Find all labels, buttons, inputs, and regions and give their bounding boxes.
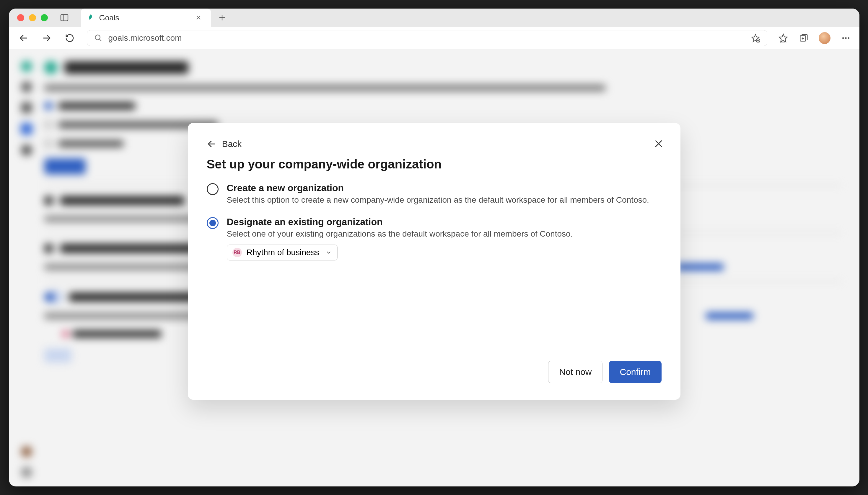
setup-organization-modal: Back Set up your company-wide organizati…	[188, 123, 681, 400]
window-maximize-button[interactable]	[41, 14, 48, 21]
traffic-lights	[17, 14, 48, 21]
browser-tab[interactable]: Goals	[81, 8, 211, 27]
forward-icon[interactable]	[41, 32, 53, 44]
tab-title: Goals	[99, 13, 191, 22]
add-favorite-icon[interactable]	[751, 34, 760, 42]
option-create-desc: Select this option to create a new compa…	[227, 195, 649, 205]
not-now-button[interactable]: Not now	[548, 361, 603, 383]
svg-point-20	[845, 37, 847, 39]
svg-point-19	[842, 37, 844, 39]
option-designate-desc: Select one of your existing organization…	[227, 229, 573, 239]
option-designate-title: Designate an existing organization	[227, 217, 573, 227]
option-create-new[interactable]: Create a new organization Select this op…	[207, 183, 661, 205]
address-bar-text: goals.microsoft.com	[109, 33, 182, 43]
radio-create-new[interactable]	[207, 183, 218, 195]
not-now-label: Not now	[559, 367, 592, 377]
svg-marker-14	[779, 34, 787, 42]
modal-close-button[interactable]	[653, 138, 664, 149]
chevron-down-icon	[326, 249, 332, 256]
tab-favicon	[87, 14, 95, 22]
sidebar-toggle-icon[interactable]	[60, 13, 69, 22]
svg-point-8	[95, 35, 100, 39]
tab-close-icon[interactable]	[196, 15, 201, 21]
radio-designate-existing[interactable]	[207, 217, 218, 229]
address-bar[interactable]: goals.microsoft.com	[87, 30, 767, 46]
svg-point-21	[848, 37, 849, 39]
modal-footer: Not now Confirm	[207, 361, 661, 383]
titlebar: Goals	[9, 8, 859, 27]
svg-rect-0	[61, 15, 68, 21]
svg-line-9	[99, 39, 101, 41]
back-icon[interactable]	[18, 32, 30, 44]
modal-back-button[interactable]: Back	[207, 139, 661, 149]
confirm-button[interactable]: Confirm	[609, 361, 661, 383]
modal-back-label: Back	[222, 139, 242, 149]
modal-title: Set up your company-wide organization	[207, 157, 661, 171]
option-designate-existing[interactable]: Designate an existing organization Selec…	[207, 217, 661, 260]
search-icon	[94, 34, 102, 42]
modal-overlay: Back Set up your company-wide organizati…	[9, 49, 859, 487]
close-icon	[653, 138, 664, 149]
window-minimize-button[interactable]	[29, 14, 36, 21]
arrow-left-icon	[207, 139, 217, 149]
new-tab-button[interactable]	[218, 14, 226, 22]
collections-icon[interactable]	[799, 33, 808, 43]
favorites-icon[interactable]	[779, 33, 788, 43]
option-create-title: Create a new organization	[227, 183, 649, 193]
window-close-button[interactable]	[17, 14, 24, 21]
confirm-label: Confirm	[620, 367, 651, 377]
org-badge: RB	[232, 248, 242, 257]
org-picker-selected: Rhythm of business	[247, 248, 319, 257]
profile-avatar[interactable]	[819, 32, 831, 44]
more-icon[interactable]	[841, 33, 851, 43]
organization-picker[interactable]: RB Rhythm of business	[227, 244, 338, 260]
toolbar-right-icons	[779, 32, 851, 44]
browser-window: Goals goals.microsoft.com	[9, 8, 859, 487]
browser-toolbar: goals.microsoft.com	[9, 27, 859, 49]
refresh-icon[interactable]	[64, 32, 76, 44]
